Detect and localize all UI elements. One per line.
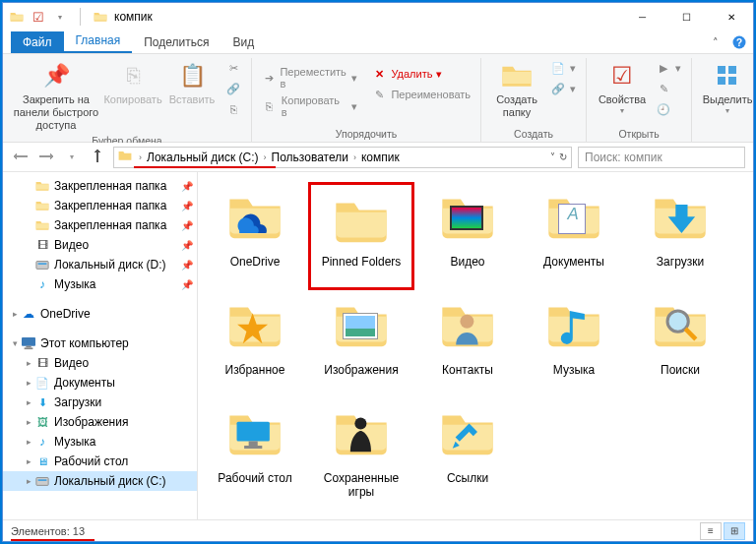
favorites-icon — [223, 296, 286, 359]
pin-to-quick-access-button[interactable]: 📌 Закрепить на панели быстрого доступа — [9, 58, 103, 135]
tree-item-label: Закрепленная папка — [54, 199, 179, 212]
tree-item[interactable]: Закрепленная папка📌 — [3, 215, 197, 235]
cut-button[interactable]: ✂ — [221, 58, 245, 78]
tree-item[interactable]: ▸📄Документы — [3, 373, 197, 393]
tree-item[interactable]: Закрепленная папка📌 — [3, 196, 197, 215]
group-label-organize: Упорядочить — [336, 128, 397, 142]
minimize-button[interactable]: ─ — [620, 3, 664, 30]
tab-share[interactable]: Поделиться — [132, 31, 220, 53]
back-button[interactable]: 🠔 — [11, 148, 31, 167]
tree-item[interactable]: Закрепленная папка📌 — [3, 176, 197, 196]
twisty-icon[interactable]: ▾ — [9, 338, 21, 348]
tree-item[interactable]: ▸🎞Видео — [3, 353, 197, 373]
tree-item[interactable]: ▸♪Музыка — [3, 432, 197, 452]
twisty-icon[interactable]: ▸ — [23, 378, 34, 388]
twisty-icon[interactable]: ▸ — [23, 417, 34, 427]
twisty-icon[interactable]: ▸ — [23, 437, 34, 447]
svg-rect-9 — [26, 346, 31, 348]
large-icons-view-button[interactable]: ⊞ — [724, 522, 745, 540]
edit-button[interactable]: ✎ — [652, 79, 685, 98]
new-item-button[interactable]: 📄▾ — [546, 58, 580, 78]
grid-item[interactable]: OneDrive — [202, 182, 308, 290]
forward-button[interactable]: 🠖 — [36, 148, 56, 167]
collapse-ribbon-icon[interactable]: ˄ — [708, 34, 724, 50]
refresh-icon[interactable]: ↻ — [559, 151, 567, 162]
grid-item[interactable]: Музыка — [521, 290, 627, 398]
paste-shortcut-button[interactable]: ⎘ — [221, 99, 245, 119]
svg-rect-15 — [237, 422, 270, 442]
grid-item[interactable]: Загрузки — [627, 182, 733, 290]
close-button[interactable]: ✕ — [709, 3, 753, 30]
tree-item[interactable]: ▸☁OneDrive — [3, 304, 197, 324]
twisty-icon[interactable]: ▸ — [23, 397, 34, 407]
chevron-icon[interactable]: › — [350, 152, 359, 162]
history-button[interactable]: 🕘 — [652, 99, 685, 119]
recent-locations-button[interactable]: ▾ — [62, 148, 82, 167]
grid-item[interactable]: Сохраненные игры — [308, 398, 414, 507]
tree-item[interactable]: ▸Локальный диск (C:) — [3, 471, 197, 491]
open-button[interactable]: ▶▾ — [652, 58, 685, 78]
content-pane[interactable]: OneDrivePinned FoldersВидеоAДокументыЗаг… — [198, 172, 753, 519]
twisty-icon[interactable]: ▸ — [23, 358, 34, 368]
tree-item[interactable]: Локальный диск (D:)📌 — [3, 255, 197, 274]
up-button[interactable]: 🠕 — [88, 148, 107, 167]
copy-button[interactable]: ⎘ Копировать — [103, 58, 162, 108]
grid-item[interactable]: AДокументы — [521, 182, 627, 290]
dropdown-icon[interactable]: ˅ — [550, 151, 555, 162]
paste-button[interactable]: 📋 Вставить — [162, 58, 221, 108]
navigation-tree[interactable]: Закрепленная папка📌Закрепленная папка📌За… — [3, 172, 198, 519]
explorer-window: ☑ ▾ компик ─ ☐ ✕ Файл Главная Поделиться… — [2, 2, 754, 542]
svg-point-13 — [460, 315, 473, 329]
svg-rect-4 — [718, 77, 725, 85]
maximize-button[interactable]: ☐ — [664, 3, 709, 30]
annotation-underline — [11, 539, 94, 541]
pin-icon: 📌 — [181, 240, 193, 251]
rename-button[interactable]: ✎Переименовать — [367, 85, 474, 104]
breadcrumb-part[interactable]: компик — [359, 151, 402, 164]
grid-item[interactable]: Контакты — [414, 290, 521, 398]
tab-view[interactable]: Вид — [220, 31, 266, 53]
search-input[interactable]: Поиск: компик — [578, 147, 745, 168]
easy-access-button[interactable]: 🔗▾ — [546, 79, 580, 98]
chevron-icon[interactable]: › — [261, 152, 270, 162]
copy-path-button[interactable]: 🔗 — [221, 79, 245, 98]
new-folder-button[interactable]: Создать папку — [487, 58, 546, 121]
properties-qat-icon[interactable]: ☑ — [31, 9, 46, 25]
svg-rect-7 — [38, 263, 47, 265]
tree-item[interactable]: ♪Музыка📌 — [3, 274, 197, 294]
breadcrumb[interactable]: › Локальный диск (C:) › Пользователи › к… — [113, 147, 572, 168]
tree-item[interactable]: ▾Этот компьютер — [3, 333, 197, 353]
easy-access-icon: 🔗 — [550, 81, 566, 96]
tab-home[interactable]: Главная — [64, 30, 133, 53]
grid-item[interactable]: Изображения — [308, 290, 414, 398]
tab-file[interactable]: Файл — [11, 31, 64, 53]
grid-item[interactable]: Рабочий стол — [202, 398, 308, 507]
grid-item[interactable]: Видео — [414, 182, 521, 290]
select-button[interactable]: Выделить ▾ — [698, 58, 756, 118]
links-icon — [436, 404, 499, 467]
copy-to-button[interactable]: ⎘Копировать в ▾ — [258, 92, 361, 120]
grid-item[interactable]: Поиски — [627, 290, 733, 398]
twisty-icon[interactable]: ▸ — [23, 456, 34, 466]
details-view-button[interactable]: ≡ — [700, 522, 722, 540]
select-label: Выделить — [703, 93, 753, 106]
delete-button[interactable]: ✕Удалить ▾ — [367, 64, 474, 84]
help-icon[interactable]: ? — [731, 34, 747, 50]
tree-item[interactable]: ▸⬇Загрузки — [3, 393, 197, 412]
tree-item[interactable]: ▸🖥Рабочий стол — [3, 452, 197, 471]
breadcrumb-part[interactable]: Локальный диск (C:) — [145, 151, 261, 164]
twisty-icon[interactable]: ▸ — [9, 309, 21, 319]
grid-item[interactable]: Ссылки — [414, 398, 521, 507]
grid-item[interactable]: Избранное — [202, 290, 308, 398]
tree-item[interactable]: 🎞Видео📌 — [3, 235, 197, 255]
dropdown-icon[interactable]: ▾ — [52, 9, 68, 25]
grid-item[interactable]: Pinned Folders — [308, 182, 414, 290]
new-folder-icon — [501, 60, 533, 91]
chevron-icon[interactable]: › — [136, 152, 145, 162]
breadcrumb-part[interactable]: Пользователи — [270, 151, 350, 164]
move-to-button[interactable]: ➔Переместить в ▾ — [258, 64, 361, 91]
twisty-icon[interactable]: ▸ — [23, 476, 34, 486]
grid-item-label: Загрузки — [657, 255, 704, 269]
properties-button[interactable]: ☑ Свойства ▾ — [593, 58, 652, 118]
tree-item[interactable]: ▸🖼Изображения — [3, 412, 197, 432]
